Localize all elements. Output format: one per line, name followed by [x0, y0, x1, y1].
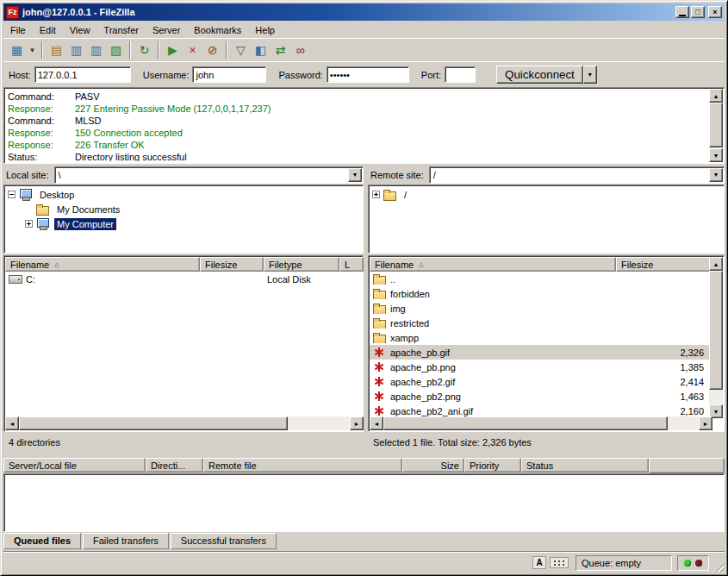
- menu-item[interactable]: Transfer: [96, 23, 146, 37]
- apache_pb.png[interactable]: apache_pb.png 1,385: [370, 360, 712, 374]
- C:[interactable]: C: Local Disk: [5, 272, 364, 286]
- remote-horizontal-scrollbar[interactable]: ◄ ►: [370, 416, 712, 430]
- tree-item[interactable]: /: [369, 187, 724, 202]
- scroll-right-icon[interactable]: ►: [350, 416, 364, 430]
- scroll-thumb[interactable]: [709, 103, 723, 147]
- quickconnect-button[interactable]: Quickconnect: [496, 66, 583, 84]
- column-header[interactable]: Filesize: [616, 257, 712, 272]
- site-manager-button[interactable]: ▦: [7, 41, 27, 59]
- tree-item-label: My Documents: [54, 203, 122, 216]
- site-manager-dropdown[interactable]: ▼: [27, 41, 38, 59]
- remote-site-label: Remote site:: [368, 170, 429, 180]
- xampp[interactable]: xampp: [370, 330, 712, 345]
- column-header[interactable]: L: [339, 257, 364, 272]
- chevron-down-icon[interactable]: ▼: [348, 168, 362, 182]
- queue-column-header[interactable]: Status: [521, 458, 649, 473]
- file-icon: [373, 361, 387, 373]
- column-header[interactable]: Filetype: [264, 257, 339, 272]
- title-bar[interactable]: Fz john@127.0.0.1 - FileZilla □ ×: [3, 3, 725, 21]
- apache_pb2.png[interactable]: apache_pb2.png 1,463: [370, 389, 712, 404]
- toggle-local-tree-button[interactable]: ▥: [66, 41, 86, 59]
- tree-item[interactable]: Desktop: [4, 187, 363, 202]
- log-line-text: 150 Connection accepted: [75, 128, 183, 138]
- remote-vertical-scrollbar[interactable]: ▲ ▼: [709, 257, 723, 418]
- scroll-thumb[interactable]: [709, 271, 723, 390]
- queue-column-header[interactable]: Size: [402, 458, 464, 473]
- local-horizontal-scrollbar[interactable]: ◄ ►: [5, 416, 364, 430]
- chevron-down-icon[interactable]: ▼: [709, 168, 723, 182]
- resize-grip[interactable]: [712, 560, 724, 572]
- maximize-button[interactable]: □: [691, 6, 705, 18]
- expand-toggle-icon[interactable]: [25, 220, 33, 228]
- file-icon: [373, 391, 387, 402]
- forbidden[interactable]: forbidden: [370, 286, 712, 301]
- local-site-combobox[interactable]: \ ▼: [54, 166, 364, 184]
- queue-column-header[interactable]: Server/Local file: [3, 458, 146, 473]
- scroll-thumb[interactable]: [19, 416, 288, 430]
- username-input[interactable]: [192, 66, 266, 83]
- scroll-up-icon[interactable]: ▲: [709, 89, 723, 103]
- toggle-queue-button[interactable]: ▧: [106, 41, 126, 59]
- toolbar-button-icon: ×: [189, 43, 196, 57]
- scroll-down-icon[interactable]: ▼: [709, 148, 723, 162]
- cancel-button[interactable]: ×: [183, 41, 202, 59]
- sync-browsing-button[interactable]: ⇄: [271, 41, 290, 59]
- img[interactable]: img: [370, 301, 712, 316]
- remote-site-combobox[interactable]: / ▼: [429, 166, 725, 184]
- log-line-text: MLSD: [75, 116, 102, 126]
- queue-tab[interactable]: Failed transfers: [83, 533, 169, 549]
- toggle-message-log-button[interactable]: ▤: [47, 41, 66, 59]
- scroll-thumb[interactable]: [383, 416, 668, 430]
- directory-compare-button[interactable]: ◧: [251, 41, 271, 59]
- menu-item[interactable]: Help: [248, 23, 282, 37]
- file-icon: [373, 405, 387, 416]
- restricted[interactable]: restricted: [370, 316, 712, 330]
- tree-item-label: /: [401, 189, 409, 201]
- scroll-right-icon[interactable]: ►: [699, 416, 712, 430]
- process-queue-button[interactable]: ▶: [163, 41, 183, 59]
- queue-tab[interactable]: Successful transfers: [171, 533, 277, 549]
- log-line-text: Directory listing successful: [75, 152, 187, 161]
- file-icon: [373, 303, 387, 314]
- tree-item[interactable]: My Documents: [4, 202, 363, 216]
- menu-item[interactable]: Bookmarks: [187, 23, 248, 37]
- queue-column-header[interactable]: Directi...: [146, 458, 203, 473]
- minimize-button[interactable]: [675, 6, 689, 18]
- log-line-type: Status:: [8, 151, 75, 161]
- expand-toggle-icon[interactable]: [8, 191, 16, 198]
- column-header[interactable]: Filesize: [200, 257, 264, 272]
- keypad-indicator-icon: [550, 557, 569, 568]
- queue-column-header[interactable]: Remote file: [203, 458, 402, 473]
- toolbar-button-icon: ▥: [71, 43, 82, 57]
- menu-item[interactable]: Edit: [33, 23, 63, 37]
- column-header[interactable]: Filename: [370, 257, 616, 272]
- queue-tab[interactable]: Queued files: [3, 533, 81, 549]
- column-header[interactable]: Filename: [5, 257, 200, 272]
- scroll-left-icon[interactable]: ◄: [5, 416, 19, 430]
- expand-toggle-icon[interactable]: [372, 191, 380, 198]
- disconnect-button[interactable]: ⊘: [202, 41, 222, 59]
- host-input[interactable]: [34, 66, 131, 83]
- port-input[interactable]: [445, 66, 476, 83]
- apache_pb.gif[interactable]: apache_pb.gif 2,326: [370, 345, 712, 360]
- toggle-remote-tree-button[interactable]: ▥: [86, 41, 106, 59]
- scroll-up-icon[interactable]: ▲: [709, 257, 723, 271]
- log-scrollbar[interactable]: ▲ ▼: [709, 89, 723, 162]
- ..[interactable]: ..: [370, 272, 712, 286]
- scroll-left-icon[interactable]: ◄: [370, 416, 383, 430]
- queue-column-header[interactable]: Priority: [464, 458, 521, 473]
- menu-item[interactable]: Server: [146, 23, 187, 37]
- directory-filter-button[interactable]: ▽: [231, 41, 251, 59]
- window-title: john@127.0.0.1 - FileZilla: [22, 7, 674, 17]
- apache_pb2.gif[interactable]: apache_pb2.gif 2,414: [370, 374, 712, 389]
- password-input[interactable]: [327, 66, 409, 83]
- tree-item[interactable]: My Computer: [4, 216, 363, 231]
- queue-list[interactable]: [3, 473, 725, 532]
- refresh-button[interactable]: ↻: [134, 41, 154, 59]
- ascii-mode-icon: A: [532, 556, 546, 569]
- find-files-button[interactable]: ∞: [290, 41, 310, 59]
- close-button[interactable]: ×: [708, 6, 722, 18]
- menu-item[interactable]: File: [3, 23, 33, 37]
- menu-item[interactable]: View: [63, 23, 97, 37]
- quickconnect-dropdown-icon[interactable]: ▼: [583, 66, 597, 84]
